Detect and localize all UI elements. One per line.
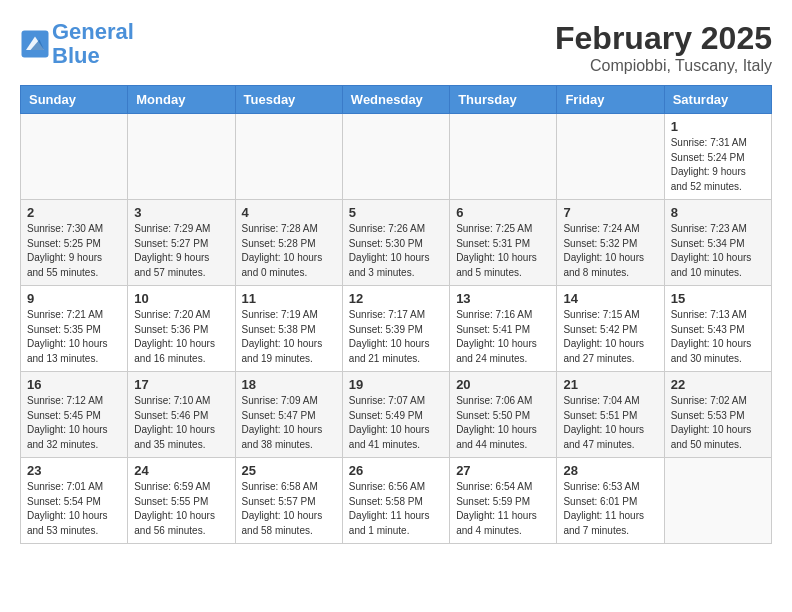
weekday-header: Friday <box>557 86 664 114</box>
day-number: 10 <box>134 291 228 306</box>
day-number: 2 <box>27 205 121 220</box>
day-number: 28 <box>563 463 657 478</box>
day-number: 19 <box>349 377 443 392</box>
calendar-day: 17Sunrise: 7:10 AM Sunset: 5:46 PM Dayli… <box>128 372 235 458</box>
day-number: 21 <box>563 377 657 392</box>
calendar-week: 2Sunrise: 7:30 AM Sunset: 5:25 PM Daylig… <box>21 200 772 286</box>
calendar-day: 13Sunrise: 7:16 AM Sunset: 5:41 PM Dayli… <box>450 286 557 372</box>
calendar-day <box>128 114 235 200</box>
day-number: 25 <box>242 463 336 478</box>
calendar-week: 16Sunrise: 7:12 AM Sunset: 5:45 PM Dayli… <box>21 372 772 458</box>
calendar-week: 1Sunrise: 7:31 AM Sunset: 5:24 PM Daylig… <box>21 114 772 200</box>
day-info: Sunrise: 7:23 AM Sunset: 5:34 PM Dayligh… <box>671 222 765 280</box>
calendar-day <box>557 114 664 200</box>
day-number: 9 <box>27 291 121 306</box>
calendar-week: 9Sunrise: 7:21 AM Sunset: 5:35 PM Daylig… <box>21 286 772 372</box>
calendar-day: 20Sunrise: 7:06 AM Sunset: 5:50 PM Dayli… <box>450 372 557 458</box>
day-number: 13 <box>456 291 550 306</box>
calendar-header: SundayMondayTuesdayWednesdayThursdayFrid… <box>21 86 772 114</box>
calendar-day <box>235 114 342 200</box>
weekday-header: Tuesday <box>235 86 342 114</box>
day-info: Sunrise: 7:29 AM Sunset: 5:27 PM Dayligh… <box>134 222 228 280</box>
day-number: 11 <box>242 291 336 306</box>
weekday-header: Thursday <box>450 86 557 114</box>
day-info: Sunrise: 7:24 AM Sunset: 5:32 PM Dayligh… <box>563 222 657 280</box>
day-number: 14 <box>563 291 657 306</box>
day-info: Sunrise: 7:31 AM Sunset: 5:24 PM Dayligh… <box>671 136 765 194</box>
day-number: 4 <box>242 205 336 220</box>
calendar-day: 18Sunrise: 7:09 AM Sunset: 5:47 PM Dayli… <box>235 372 342 458</box>
day-number: 1 <box>671 119 765 134</box>
day-info: Sunrise: 7:17 AM Sunset: 5:39 PM Dayligh… <box>349 308 443 366</box>
calendar-day: 25Sunrise: 6:58 AM Sunset: 5:57 PM Dayli… <box>235 458 342 544</box>
day-info: Sunrise: 6:59 AM Sunset: 5:55 PM Dayligh… <box>134 480 228 538</box>
day-number: 23 <box>27 463 121 478</box>
day-number: 20 <box>456 377 550 392</box>
calendar-body: 1Sunrise: 7:31 AM Sunset: 5:24 PM Daylig… <box>21 114 772 544</box>
header-row: SundayMondayTuesdayWednesdayThursdayFrid… <box>21 86 772 114</box>
logo-icon <box>20 29 50 59</box>
day-info: Sunrise: 7:16 AM Sunset: 5:41 PM Dayligh… <box>456 308 550 366</box>
calendar-day: 22Sunrise: 7:02 AM Sunset: 5:53 PM Dayli… <box>664 372 771 458</box>
calendar-day: 3Sunrise: 7:29 AM Sunset: 5:27 PM Daylig… <box>128 200 235 286</box>
day-info: Sunrise: 6:56 AM Sunset: 5:58 PM Dayligh… <box>349 480 443 538</box>
logo: General Blue <box>20 20 134 68</box>
calendar-day: 16Sunrise: 7:12 AM Sunset: 5:45 PM Dayli… <box>21 372 128 458</box>
day-number: 5 <box>349 205 443 220</box>
weekday-header: Wednesday <box>342 86 449 114</box>
calendar-table: SundayMondayTuesdayWednesdayThursdayFrid… <box>20 85 772 544</box>
day-info: Sunrise: 7:26 AM Sunset: 5:30 PM Dayligh… <box>349 222 443 280</box>
day-info: Sunrise: 7:09 AM Sunset: 5:47 PM Dayligh… <box>242 394 336 452</box>
day-info: Sunrise: 7:20 AM Sunset: 5:36 PM Dayligh… <box>134 308 228 366</box>
calendar-day: 4Sunrise: 7:28 AM Sunset: 5:28 PM Daylig… <box>235 200 342 286</box>
day-info: Sunrise: 7:01 AM Sunset: 5:54 PM Dayligh… <box>27 480 121 538</box>
day-number: 18 <box>242 377 336 392</box>
calendar-day: 23Sunrise: 7:01 AM Sunset: 5:54 PM Dayli… <box>21 458 128 544</box>
calendar-week: 23Sunrise: 7:01 AM Sunset: 5:54 PM Dayli… <box>21 458 772 544</box>
day-number: 22 <box>671 377 765 392</box>
day-info: Sunrise: 7:07 AM Sunset: 5:49 PM Dayligh… <box>349 394 443 452</box>
day-number: 12 <box>349 291 443 306</box>
day-number: 6 <box>456 205 550 220</box>
calendar-day <box>664 458 771 544</box>
calendar-day: 14Sunrise: 7:15 AM Sunset: 5:42 PM Dayli… <box>557 286 664 372</box>
title-block: February 2025 Compiobbi, Tuscany, Italy <box>555 20 772 75</box>
month-title: February 2025 <box>555 20 772 57</box>
day-number: 7 <box>563 205 657 220</box>
day-info: Sunrise: 7:04 AM Sunset: 5:51 PM Dayligh… <box>563 394 657 452</box>
calendar-day: 11Sunrise: 7:19 AM Sunset: 5:38 PM Dayli… <box>235 286 342 372</box>
day-number: 17 <box>134 377 228 392</box>
day-info: Sunrise: 7:12 AM Sunset: 5:45 PM Dayligh… <box>27 394 121 452</box>
calendar-day: 12Sunrise: 7:17 AM Sunset: 5:39 PM Dayli… <box>342 286 449 372</box>
calendar-day: 9Sunrise: 7:21 AM Sunset: 5:35 PM Daylig… <box>21 286 128 372</box>
day-info: Sunrise: 6:58 AM Sunset: 5:57 PM Dayligh… <box>242 480 336 538</box>
calendar-day: 7Sunrise: 7:24 AM Sunset: 5:32 PM Daylig… <box>557 200 664 286</box>
page-header: General Blue February 2025 Compiobbi, Tu… <box>20 20 772 75</box>
calendar-day: 27Sunrise: 6:54 AM Sunset: 5:59 PM Dayli… <box>450 458 557 544</box>
day-info: Sunrise: 7:15 AM Sunset: 5:42 PM Dayligh… <box>563 308 657 366</box>
day-number: 8 <box>671 205 765 220</box>
day-info: Sunrise: 7:10 AM Sunset: 5:46 PM Dayligh… <box>134 394 228 452</box>
day-info: Sunrise: 7:28 AM Sunset: 5:28 PM Dayligh… <box>242 222 336 280</box>
calendar-day: 5Sunrise: 7:26 AM Sunset: 5:30 PM Daylig… <box>342 200 449 286</box>
calendar-day: 26Sunrise: 6:56 AM Sunset: 5:58 PM Dayli… <box>342 458 449 544</box>
day-info: Sunrise: 7:19 AM Sunset: 5:38 PM Dayligh… <box>242 308 336 366</box>
calendar-day: 15Sunrise: 7:13 AM Sunset: 5:43 PM Dayli… <box>664 286 771 372</box>
calendar-day <box>342 114 449 200</box>
calendar-day: 8Sunrise: 7:23 AM Sunset: 5:34 PM Daylig… <box>664 200 771 286</box>
calendar-day: 21Sunrise: 7:04 AM Sunset: 5:51 PM Dayli… <box>557 372 664 458</box>
calendar-day <box>21 114 128 200</box>
day-info: Sunrise: 7:02 AM Sunset: 5:53 PM Dayligh… <box>671 394 765 452</box>
weekday-header: Sunday <box>21 86 128 114</box>
calendar-day: 19Sunrise: 7:07 AM Sunset: 5:49 PM Dayli… <box>342 372 449 458</box>
calendar-day: 1Sunrise: 7:31 AM Sunset: 5:24 PM Daylig… <box>664 114 771 200</box>
day-info: Sunrise: 7:25 AM Sunset: 5:31 PM Dayligh… <box>456 222 550 280</box>
calendar-day: 2Sunrise: 7:30 AM Sunset: 5:25 PM Daylig… <box>21 200 128 286</box>
calendar-day: 28Sunrise: 6:53 AM Sunset: 6:01 PM Dayli… <box>557 458 664 544</box>
day-info: Sunrise: 7:13 AM Sunset: 5:43 PM Dayligh… <box>671 308 765 366</box>
calendar-day: 10Sunrise: 7:20 AM Sunset: 5:36 PM Dayli… <box>128 286 235 372</box>
calendar-day <box>450 114 557 200</box>
day-number: 26 <box>349 463 443 478</box>
day-number: 3 <box>134 205 228 220</box>
location: Compiobbi, Tuscany, Italy <box>555 57 772 75</box>
